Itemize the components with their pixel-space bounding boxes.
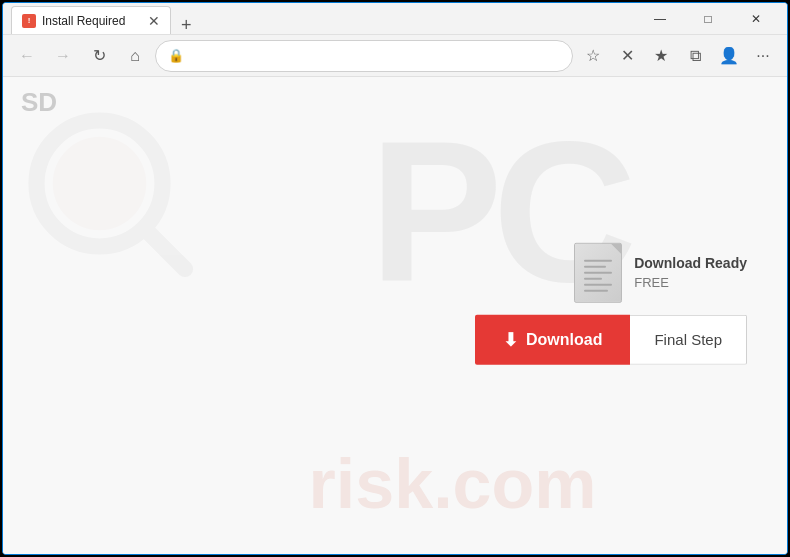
download-label: Download xyxy=(526,330,602,348)
file-line-6 xyxy=(584,289,608,291)
download-arrow-icon: ⬇ xyxy=(503,328,518,350)
magnifier-watermark xyxy=(23,107,203,287)
window-controls: — □ ✕ xyxy=(637,3,779,35)
maximize-button[interactable]: □ xyxy=(685,3,731,35)
nav-icons-right: ☆ ✕ ★ ⧉ 👤 ··· xyxy=(577,40,779,72)
back-button[interactable]: ← xyxy=(11,40,43,72)
profile-button[interactable]: 👤 xyxy=(713,40,745,72)
file-status: Download Ready xyxy=(634,255,747,271)
svg-point-0 xyxy=(37,121,163,247)
tab-favicon: ! xyxy=(22,14,36,28)
active-tab[interactable]: ! Install Required ✕ xyxy=(11,6,171,34)
file-line-2 xyxy=(584,265,606,267)
tab-strip: ! Install Required ✕ + xyxy=(11,3,629,34)
home-button[interactable]: ⌂ xyxy=(119,40,151,72)
svg-line-2 xyxy=(145,229,186,270)
sd-text: SD xyxy=(21,87,57,118)
action-buttons: ⬇ Download Final Step xyxy=(475,314,747,364)
tab-title: Install Required xyxy=(42,14,125,28)
address-bar[interactable]: 🔒 xyxy=(155,40,573,72)
file-line-5 xyxy=(584,283,612,285)
tab-close-button[interactable]: ✕ xyxy=(148,14,160,28)
final-step-label: Final Step xyxy=(654,331,722,348)
settings-button[interactable]: ··· xyxy=(747,40,779,72)
file-line-4 xyxy=(584,277,602,279)
minimize-button[interactable]: — xyxy=(637,3,683,35)
file-line-1 xyxy=(584,259,612,261)
title-bar: ! Install Required ✕ + — □ ✕ xyxy=(3,3,787,35)
download-button[interactable]: ⬇ Download xyxy=(475,314,630,364)
page-content: PC risk.com SD xyxy=(3,77,787,554)
favorites-button[interactable]: ★ xyxy=(645,40,677,72)
svg-point-1 xyxy=(53,137,147,231)
lock-icon: 🔒 xyxy=(168,48,184,63)
collections-button[interactable]: ⧉ xyxy=(679,40,711,72)
refresh-button[interactable]: ↻ xyxy=(83,40,115,72)
alerts-button[interactable]: ☆ xyxy=(577,40,609,72)
nav-bar: ← → ↻ ⌂ 🔒 ☆ ✕ ★ ⧉ 👤 ··· xyxy=(3,35,787,77)
close-button[interactable]: ✕ xyxy=(733,3,779,35)
final-step-button[interactable]: Final Step xyxy=(630,314,747,364)
risk-watermark: risk.com xyxy=(309,444,597,524)
stop-button[interactable]: ✕ xyxy=(611,40,643,72)
file-meta: Download Ready FREE xyxy=(634,255,747,290)
download-widget: Download Ready FREE ⬇ Download Final Ste… xyxy=(475,242,747,364)
file-price: FREE xyxy=(634,275,747,290)
file-lines xyxy=(578,245,618,299)
new-tab-button[interactable]: + xyxy=(175,16,198,34)
browser-window: ! Install Required ✕ + — □ ✕ ← → ↻ ⌂ 🔒 ☆… xyxy=(2,2,788,555)
forward-button[interactable]: → xyxy=(47,40,79,72)
file-info: Download Ready FREE xyxy=(574,242,747,302)
file-icon xyxy=(574,242,622,302)
file-line-3 xyxy=(584,271,612,273)
